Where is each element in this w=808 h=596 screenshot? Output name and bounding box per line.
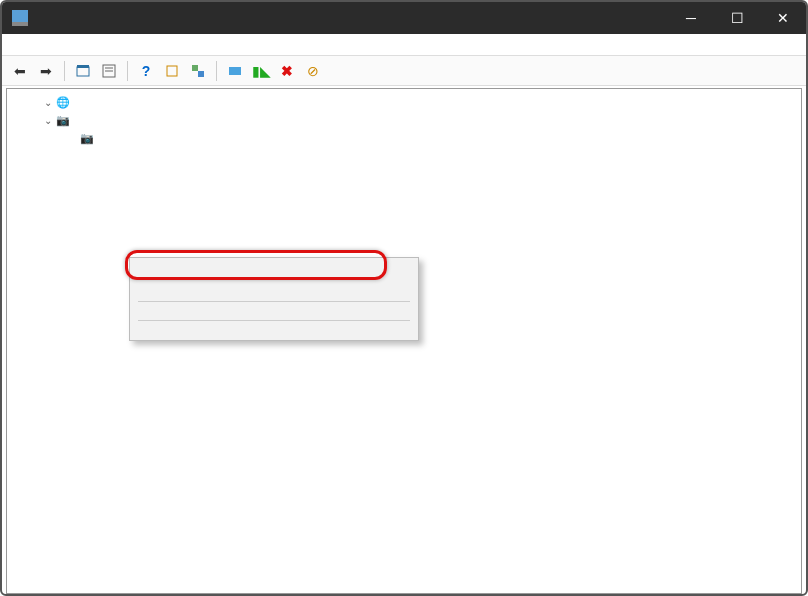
- toolbar-btn-3[interactable]: [160, 59, 184, 83]
- device-tree[interactable]: ⌄ ⌄: [6, 88, 802, 594]
- ctx-scan-hardware[interactable]: [132, 305, 416, 317]
- tree-item-webcam[interactable]: [7, 129, 801, 147]
- svg-rect-2: [77, 67, 89, 76]
- forward-button[interactable]: ➡: [34, 59, 58, 83]
- close-button[interactable]: ✕: [760, 2, 806, 34]
- ctx-separator: [138, 320, 410, 321]
- imaging-icon: [55, 113, 71, 127]
- svg-rect-8: [192, 65, 198, 71]
- toolbar-btn-2[interactable]: [97, 59, 121, 83]
- back-button[interactable]: ⬅: [8, 59, 32, 83]
- webcam-icon: [79, 131, 95, 145]
- toolbar-btn-4[interactable]: [186, 59, 210, 83]
- tree-category-network[interactable]: ⌄: [7, 93, 801, 111]
- toolbar: ⬅ ➡ ? ▮◣ ✖ ⊘: [2, 56, 806, 86]
- toolbar-btn-6[interactable]: ⊘: [301, 59, 325, 83]
- expander-icon[interactable]: ⌄: [41, 97, 55, 108]
- scan-hardware-button[interactable]: [223, 59, 247, 83]
- expander-icon[interactable]: ⌄: [41, 115, 55, 126]
- ctx-update-driver[interactable]: [132, 262, 416, 274]
- menu-help[interactable]: [66, 42, 86, 48]
- menubar: [2, 34, 806, 56]
- svg-rect-7: [167, 66, 177, 76]
- ctx-disable-device[interactable]: [132, 274, 416, 286]
- toolbar-btn-1[interactable]: [71, 59, 95, 83]
- menu-view[interactable]: [46, 42, 66, 48]
- menu-file[interactable]: [6, 42, 26, 48]
- svg-rect-10: [229, 67, 241, 75]
- svg-rect-0: [12, 10, 28, 22]
- minimize-button[interactable]: ─: [668, 2, 714, 34]
- help-button[interactable]: ?: [134, 59, 158, 83]
- context-menu: [129, 257, 419, 341]
- ctx-properties[interactable]: [132, 324, 416, 336]
- tree-category-imaging[interactable]: ⌄: [7, 111, 801, 129]
- menu-action[interactable]: [26, 42, 46, 48]
- svg-rect-3: [77, 65, 89, 68]
- ctx-separator: [138, 301, 410, 302]
- titlebar: ─ ☐ ✕: [2, 2, 806, 34]
- device-manager-icon: [12, 10, 28, 26]
- network-icon: [55, 95, 71, 109]
- uninstall-button[interactable]: ✖: [275, 59, 299, 83]
- ctx-remove-device[interactable]: [132, 286, 416, 298]
- toolbar-btn-5[interactable]: ▮◣: [249, 59, 273, 83]
- svg-rect-1: [12, 22, 28, 26]
- svg-rect-9: [198, 71, 204, 77]
- maximize-button[interactable]: ☐: [714, 2, 760, 34]
